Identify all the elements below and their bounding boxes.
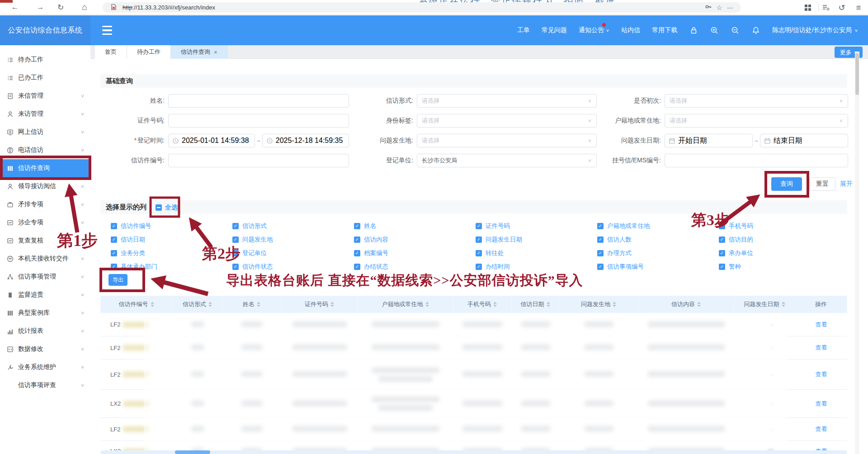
residence-select[interactable]: 请选择∨ xyxy=(665,114,848,128)
sort-icons[interactable] xyxy=(330,302,334,307)
sidebar-item-petition-matter-mgmt[interactable]: 信访事项管理∨ xyxy=(0,268,90,286)
table-header-cell[interactable]: 手机号码 xyxy=(453,296,512,313)
lock-icon[interactable] xyxy=(689,26,698,35)
not-secure-shield-icon[interactable] xyxy=(108,4,119,12)
header-nav-item[interactable]: 常见问题 xyxy=(542,26,567,34)
column-checkbox[interactable]: ✓问题发生地 xyxy=(232,236,354,243)
petition-form-select[interactable]: 请选择∨ xyxy=(417,94,597,108)
sidebar-item-leader-review[interactable]: 领导接访阅信∨ xyxy=(0,177,90,195)
column-checkbox[interactable]: ✓信访形式 xyxy=(232,222,354,230)
header-nav-item[interactable]: 通知公告∨ xyxy=(579,26,609,34)
header-nav-item[interactable]: 工单 xyxy=(517,26,530,34)
sort-icons[interactable] xyxy=(425,302,429,307)
column-checkbox[interactable]: ✓信访内容 xyxy=(354,236,476,243)
column-checkbox[interactable]: ✓姓名 xyxy=(354,222,476,230)
sidebar-item-maopai-special[interactable]: 矛排专项∨ xyxy=(0,195,90,213)
sort-icons[interactable] xyxy=(613,302,616,307)
column-checkbox[interactable]: ✓问题发生日期 xyxy=(476,236,597,243)
more-actions-icon[interactable]: ⋯ xyxy=(725,4,736,11)
header-nav-item[interactable]: 常用下载 xyxy=(652,26,677,34)
sort-icons[interactable] xyxy=(547,302,550,307)
sidebar-item-online-petition[interactable]: 网上信访∨ xyxy=(0,123,90,141)
bookmark-star-icon[interactable]: ☆ xyxy=(714,4,725,11)
zoom-out-icon[interactable] xyxy=(731,26,740,35)
column-checkbox[interactable]: ✓登记单位 xyxy=(232,250,354,257)
sidebar-item-phone-petition[interactable]: 电话信访∨ xyxy=(0,141,90,159)
tab-2[interactable]: 待办工作 xyxy=(127,45,171,59)
undo-icon[interactable]: ↺ xyxy=(836,2,848,14)
view-link[interactable]: 查看 xyxy=(816,321,827,329)
table-header-cell[interactable]: 姓名 xyxy=(222,296,281,313)
column-checkbox[interactable]: ✓办结时间 xyxy=(476,263,597,270)
select-all-checkbox[interactable]: 全选 xyxy=(156,203,178,212)
column-checkbox[interactable]: ✓信访目的 xyxy=(719,236,852,243)
user-menu[interactable]: 陈志明/信访处/长沙市公安局 ∨ xyxy=(772,26,858,34)
table-header-cell[interactable]: 信访内容 xyxy=(638,296,734,313)
sidebar-item-petition-review[interactable]: 信访事项评查∨ xyxy=(0,376,90,394)
sort-icons[interactable] xyxy=(151,302,154,307)
column-checkbox[interactable]: ✓手机号码 xyxy=(719,222,852,230)
register-time-end-input[interactable]: 2025-12-18 14:59:35 xyxy=(262,134,349,147)
sidebar-item-data-modify[interactable]: 数据修改∨ xyxy=(0,340,90,358)
sidebar-item-supervision[interactable]: 监督追责∨ xyxy=(0,286,90,304)
apps-grid-icon[interactable] xyxy=(802,2,814,14)
horizontal-scrollbar-thumb[interactable] xyxy=(175,450,210,454)
vertical-scrollbar[interactable] xyxy=(855,52,859,454)
register-time-start-input[interactable]: 2025-01-01 14:59:38 xyxy=(168,134,255,147)
view-link[interactable]: 查看 xyxy=(816,344,827,352)
view-link[interactable]: 查看 xyxy=(816,425,827,433)
sidebar-item-todo-work[interactable]: 待办工作 xyxy=(0,51,90,69)
petition-no-input[interactable] xyxy=(168,154,349,167)
sidebar-item-sheqi-special[interactable]: 涉企专项∨ xyxy=(0,213,90,232)
column-checkbox[interactable]: ✓档案编号 xyxy=(354,250,476,257)
view-link[interactable]: 查看 xyxy=(816,370,827,378)
tab-3[interactable]: 信访件查询× xyxy=(171,45,228,59)
sort-icons[interactable] xyxy=(257,302,260,307)
column-checkbox[interactable]: ✓警种 xyxy=(719,263,852,270)
table-header-cell[interactable]: 问题发生地 xyxy=(559,296,638,313)
column-checkbox[interactable]: ✓承办单位 xyxy=(719,250,852,257)
browser-address-bar[interactable]: http://11.33.3.203/#/xfj/search/index ☆ … xyxy=(103,2,741,13)
collapse-menu-icon[interactable] xyxy=(102,26,112,35)
column-checkbox[interactable]: ✓户籍地或常住地 xyxy=(597,222,719,230)
vertical-scrollbar-thumb[interactable] xyxy=(855,53,859,95)
column-checkbox[interactable]: ✓信访人数 xyxy=(597,236,719,243)
view-link[interactable]: 查看 xyxy=(816,447,827,451)
register-unit-select[interactable]: 长沙市公安局∨ xyxy=(417,154,597,167)
table-header-cell[interactable]: 证件号码 xyxy=(281,296,358,313)
sidebar-item-case-library[interactable]: 典型案例库∨ xyxy=(0,304,90,322)
column-checkbox[interactable]: ✓证件号码 xyxy=(476,222,597,230)
view-link[interactable]: 查看 xyxy=(816,400,827,408)
sort-icons[interactable] xyxy=(697,302,701,307)
browser-back-icon[interactable]: ← xyxy=(9,1,21,13)
export-button[interactable]: 导出 xyxy=(108,274,127,286)
table-header-cell[interactable]: 信访形式 xyxy=(173,296,222,313)
browser-home-icon[interactable]: ⌂ xyxy=(79,1,90,13)
sort-icons[interactable] xyxy=(782,302,785,307)
browser-menu-icon[interactable]: ≡ xyxy=(853,2,864,14)
problem-date-end-input[interactable]: 结束日期 xyxy=(760,134,848,147)
sidebar-item-system-maintain[interactable]: 业务系统维护∨ xyxy=(0,358,90,376)
column-checkbox[interactable]: ✓信访件状态 xyxy=(232,263,354,270)
sidebar-item-petition-query[interactable]: 信访件查询 xyxy=(0,159,90,177)
table-header-cell[interactable]: 户籍地或常住地 xyxy=(358,296,453,313)
bookmarks-list-icon[interactable] xyxy=(820,2,832,14)
column-checkbox[interactable]: ✓信访日期 xyxy=(111,236,232,243)
sidebar-item-done-work[interactable]: 已办工作 xyxy=(0,69,90,87)
browser-reload-icon[interactable]: ↻ xyxy=(55,1,66,13)
notification-bell-icon[interactable] xyxy=(751,26,760,35)
zoom-in-icon[interactable] xyxy=(710,26,719,35)
sort-icons[interactable] xyxy=(493,302,497,307)
ems-no-input[interactable] xyxy=(665,154,848,167)
column-checkbox[interactable]: ✓转往处 xyxy=(476,250,597,257)
header-nav-item[interactable]: 站内信 xyxy=(621,26,640,34)
sidebar-item-stats-report[interactable]: 统计报表∨ xyxy=(0,322,90,340)
sidebar-item-letter-mgmt[interactable]: 来信管理∨ xyxy=(0,87,90,105)
identity-tag-select[interactable]: 请选择∨ xyxy=(417,114,597,128)
tab-1[interactable]: 首页 xyxy=(95,45,127,59)
id-number-input[interactable] xyxy=(168,114,349,128)
column-checkbox[interactable]: ✓信访件编号 xyxy=(111,222,232,230)
column-checkbox[interactable]: ✓具体承办部门 xyxy=(111,263,232,270)
is-first-select[interactable]: 请选择∨ xyxy=(665,94,848,108)
column-checkbox[interactable]: ✓信访事项编号 xyxy=(597,263,719,270)
